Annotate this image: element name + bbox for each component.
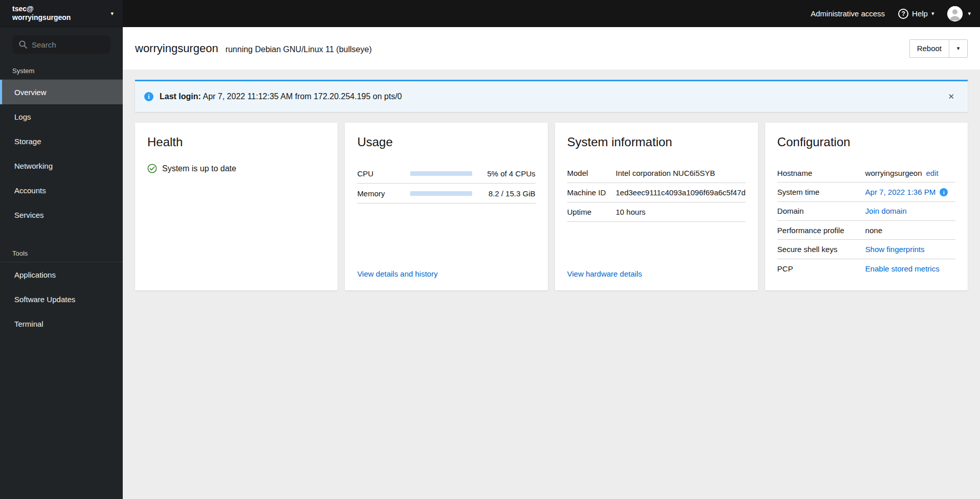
system-information-card: System information Model Intel corporati…: [555, 123, 758, 290]
health-status-row: System is up to date: [147, 164, 325, 173]
join-domain-link[interactable]: Join domain: [865, 207, 907, 215]
close-icon[interactable]: ✕: [944, 90, 959, 103]
model-label: Model: [567, 169, 616, 177]
model-row: Model Intel corporation NUC6i5SYB: [567, 164, 746, 183]
cpu-usage-row: CPU 5% of 4 CPUs: [357, 164, 535, 184]
alert-text: Last login: Apr 7, 2022 11:12:35 AM from…: [160, 92, 402, 101]
system-time-label: System time: [777, 188, 865, 196]
configuration-card: Configuration Hostname worryingsurgeon e…: [765, 123, 968, 290]
host-title: worryingsurgeon running Debian GNU/Linux…: [135, 42, 372, 55]
view-hardware-details-link[interactable]: View hardware details: [567, 269, 746, 278]
session-user-label: tsec@ worryingsurgeon: [12, 5, 71, 22]
nav-section-title: System: [0, 67, 123, 75]
usage-card: Usage CPU 5% of 4 CPUs Memory 8.2 / 15.3…: [345, 123, 547, 290]
domain-row: Domain Join domain: [777, 202, 955, 221]
health-status-text: System is up to date: [162, 164, 236, 173]
card-title: Health: [147, 135, 325, 149]
session-user-menu[interactable]: tsec@ worryingsurgeon ▾: [0, 0, 123, 27]
reboot-split-button: Reboot ▾: [909, 39, 968, 58]
nav-section-title: Tools: [0, 250, 123, 257]
show-fingerprints-link[interactable]: Show fingerprints: [865, 245, 925, 254]
help-menu[interactable]: ? Help ▾: [898, 9, 934, 19]
chevron-down-icon: ▾: [957, 46, 960, 51]
sidebar-search: [12, 35, 110, 54]
alert-message: Apr 7, 2022 11:12:35 AM from 172.20.254.…: [203, 92, 402, 101]
pcp-label: PCP: [777, 264, 865, 273]
avatar: [947, 6, 963, 21]
sidebar-item-software-updates[interactable]: Software Updates: [0, 287, 123, 311]
cpu-progress-bar: [410, 171, 472, 176]
sidebar-item-terminal[interactable]: Terminal: [0, 311, 123, 336]
performance-profile-label: Performance profile: [777, 226, 865, 235]
page-content: worryingsurgeon running Debian GNU/Linux…: [123, 27, 980, 499]
hostname-row: Hostname worryingsurgeon edit: [777, 164, 955, 183]
last-login-alert: i Last login: Apr 7, 2022 11:12:35 AM fr…: [135, 80, 968, 112]
uptime-row: Uptime 10 hours: [567, 202, 746, 222]
sidebar-item-logs[interactable]: Logs: [0, 104, 123, 129]
machine-id-value: 1ed3eec9111c4093a1096f69a6c5f47d: [616, 188, 746, 197]
machine-id-label: Machine ID: [567, 188, 616, 197]
performance-profile-row: Performance profile none: [777, 221, 955, 240]
sidebar-item-applications[interactable]: Applications: [0, 262, 123, 287]
os-subtitle: running Debian GNU/Linux 11 (bullseye): [226, 45, 372, 54]
administrative-access-button[interactable]: Administrative access: [811, 9, 885, 18]
secure-shell-keys-row: Secure shell keys Show fingerprints: [777, 240, 955, 259]
sidebar-item-overview[interactable]: Overview: [0, 80, 123, 104]
chevron-down-icon: ▾: [110, 11, 114, 16]
system-time-link[interactable]: Apr 7, 2022 1:36 PM: [865, 188, 936, 196]
app-window: tsec@ worryingsurgeon ▾ System Overview …: [0, 0, 980, 499]
sidebar: tsec@ worryingsurgeon ▾ System Overview …: [0, 0, 123, 499]
card-title: Configuration: [777, 135, 955, 149]
domain-label: Domain: [777, 207, 865, 215]
nav-section-system: System Overview Logs Storage Networking …: [0, 67, 123, 227]
chevron-down-icon: ▾: [931, 11, 934, 16]
main-column: Administrative access ? Help ▾ ▾: [123, 0, 980, 499]
memory-usage-row: Memory 8.2 / 15.3 GiB: [357, 184, 535, 203]
system-time-row: System time Apr 7, 2022 1:36 PM i: [777, 183, 955, 201]
reboot-dropdown-toggle[interactable]: ▾: [949, 40, 967, 57]
alert-title: Last login:: [160, 92, 201, 101]
masthead: Administrative access ? Help ▾ ▾: [123, 0, 980, 27]
session-username: tsec@: [12, 5, 71, 14]
sidebar-item-services[interactable]: Services: [0, 202, 123, 227]
hostname-label: Hostname: [777, 169, 865, 177]
secure-shell-keys-label: Secure shell keys: [777, 245, 865, 254]
nav-section-tools: Tools Applications Software Updates Term…: [0, 250, 123, 336]
machine-id-row: Machine ID 1ed3eec9111c4093a1096f69a6c5f…: [567, 183, 746, 202]
session-hostname: worryingsurgeon: [12, 13, 71, 22]
help-label: Help: [912, 9, 928, 18]
health-card: Health System is up to date: [135, 123, 338, 290]
hostname-value: worryingsurgeon: [865, 169, 922, 177]
user-account-menu[interactable]: ▾: [947, 6, 971, 21]
question-circle-icon: ?: [898, 9, 908, 19]
person-icon: [947, 6, 963, 21]
overview-cards: Health System is up to date Usage CPU: [135, 123, 968, 290]
cpu-usage-value: 5% of 4 CPUs: [479, 169, 536, 178]
pcp-row: PCP Enable stored metrics: [777, 259, 955, 278]
memory-label: Memory: [357, 189, 410, 198]
edit-hostname-link[interactable]: edit: [926, 169, 939, 177]
performance-profile-value: none: [865, 226, 882, 235]
uptime-label: Uptime: [567, 208, 616, 216]
sidebar-item-storage[interactable]: Storage: [0, 129, 123, 153]
model-value: Intel corporation NUC6i5SYB: [616, 169, 746, 177]
page-title: worryingsurgeon: [135, 42, 218, 55]
enable-stored-metrics-link[interactable]: Enable stored metrics: [865, 264, 940, 273]
reboot-button[interactable]: Reboot: [910, 40, 949, 57]
view-details-history-link[interactable]: View details and history: [357, 269, 535, 278]
sidebar-item-networking[interactable]: Networking: [0, 153, 123, 178]
card-title: Usage: [357, 135, 535, 149]
sidebar-nav: System Overview Logs Storage Networking …: [0, 67, 123, 336]
cpu-label: CPU: [357, 169, 410, 178]
card-title: System information: [567, 135, 746, 149]
memory-progress-bar: [410, 191, 472, 196]
check-circle-icon: [147, 164, 157, 173]
info-icon: i: [144, 92, 153, 101]
uptime-value: 10 hours: [616, 208, 746, 216]
page-header: worryingsurgeon running Debian GNU/Linux…: [123, 27, 980, 70]
info-icon[interactable]: i: [940, 188, 948, 196]
memory-usage-value: 8.2 / 15.3 GiB: [479, 189, 536, 198]
sidebar-item-accounts[interactable]: Accounts: [0, 178, 123, 202]
chevron-down-icon: ▾: [968, 11, 971, 16]
search-icon: [18, 40, 28, 49]
